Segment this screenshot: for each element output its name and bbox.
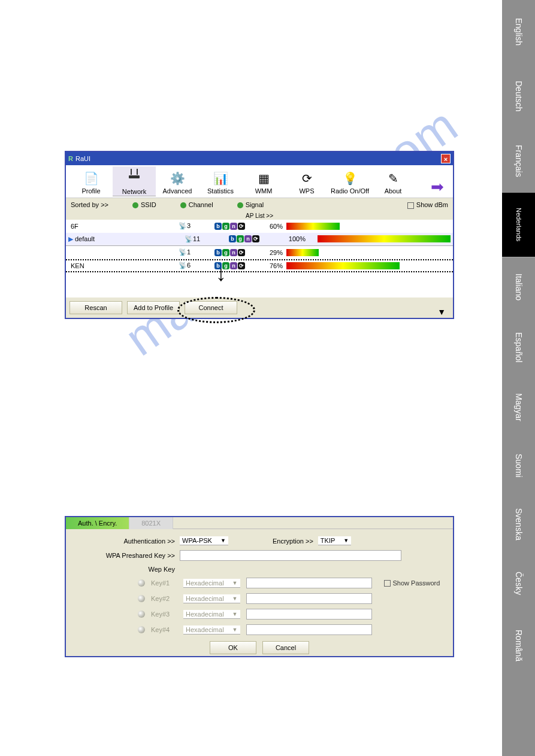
sort-signal[interactable]: Signal xyxy=(237,201,264,208)
lang-tab-svenska[interactable]: Svenska xyxy=(502,494,535,555)
key-input[interactable] xyxy=(246,593,372,604)
channel-icon: 📡11 xyxy=(185,235,220,243)
wep-key-row: Key#4Hexadecimal ▼ xyxy=(102,622,441,637)
key-type-select[interactable]: Hexadecimal ▼ xyxy=(183,610,240,619)
channel-icon: 📡1 xyxy=(179,248,214,256)
wep-key-label: Wep Key xyxy=(102,566,180,573)
titlebar: RRaUI × xyxy=(66,152,453,165)
rescan-button[interactable]: Rescan xyxy=(69,301,122,314)
radio-on-off-icon: 💡 xyxy=(342,171,358,186)
key-radio[interactable] xyxy=(138,611,145,618)
show-dbm-checkbox[interactable]: Show dBm xyxy=(407,201,448,209)
cancel-button[interactable]: Cancel xyxy=(262,641,309,654)
add-to-profile-button[interactable]: Add to Profile xyxy=(127,301,180,314)
key-input[interactable] xyxy=(246,624,372,635)
ap-row[interactable]: KEN📡6bgn⟳76% xyxy=(66,259,453,272)
toolbar-advanced[interactable]: ⚙️Advanced xyxy=(156,166,199,196)
lang-tab-english[interactable]: English xyxy=(502,0,535,63)
profile-icon: 📄 xyxy=(83,171,99,186)
sorted-by-label: Sorted by >> xyxy=(71,201,108,208)
authentication-select[interactable]: WPA-PSK▼ xyxy=(180,536,228,545)
lang-tab-suomi[interactable]: Suomi xyxy=(502,437,535,494)
lang-tab-español[interactable]: Español xyxy=(502,317,535,377)
security-icon: ⟳ xyxy=(238,262,245,269)
wmm-icon: ▦ xyxy=(256,171,271,186)
toolbar-wps[interactable]: ⟳WPS xyxy=(285,166,328,196)
expand-icon[interactable]: ▼ xyxy=(437,307,446,317)
ap-row[interactable]: 6F📡3bgn⟳60% xyxy=(66,220,453,233)
toolbar-profile[interactable]: 📄Profile xyxy=(69,166,113,196)
aplist-header: AP List >> xyxy=(66,212,453,220)
authentication-label: Authentication >> xyxy=(102,538,180,545)
psk-input[interactable] xyxy=(180,550,401,561)
key-input[interactable] xyxy=(246,609,372,620)
toolbar-network[interactable]: Network xyxy=(113,166,156,196)
show-password-checkbox[interactable]: Show Password xyxy=(384,579,440,587)
lang-tab-magyar[interactable]: Magyar xyxy=(502,377,535,437)
wep-key-row: Key#1Hexadecimal ▼Show Password xyxy=(102,575,441,591)
lang-tab-deutsch[interactable]: Deutsch xyxy=(502,63,535,129)
about-icon: ✎ xyxy=(385,171,401,186)
close-icon[interactable]: × xyxy=(441,154,451,163)
sort-channel[interactable]: Channel xyxy=(180,201,213,208)
button-row: Rescan Add to Profile Connect ▼ xyxy=(66,297,453,318)
ap-row[interactable]: ▶ default📡11bgn⟳100% xyxy=(66,233,453,246)
dialog-buttons: OK Cancel xyxy=(66,637,453,658)
channel-icon: 📡6 xyxy=(179,262,214,269)
toolbar-wmm[interactable]: ▦WMM xyxy=(242,166,285,196)
encryption-label: Encryption >> xyxy=(264,538,318,545)
wep-key-row: Key#2Hexadecimal ▼ xyxy=(102,591,441,606)
tab-8021x[interactable]: 8021X xyxy=(129,517,173,529)
wps-icon: ⟳ xyxy=(299,171,315,186)
connect-button[interactable]: Connect xyxy=(185,301,237,314)
lang-tab-română[interactable]: Română xyxy=(502,612,535,679)
sort-ssid[interactable]: SSID xyxy=(132,201,156,208)
lang-tab-nederlands[interactable]: Nederlands xyxy=(502,193,535,257)
advanced-icon: ⚙️ xyxy=(170,171,185,186)
key-type-select[interactable]: Hexadecimal ▼ xyxy=(183,594,240,603)
tab-auth-encry[interactable]: Auth. \ Encry. xyxy=(66,517,129,529)
ok-button[interactable]: OK xyxy=(210,641,256,654)
network-icon xyxy=(126,167,142,180)
lang-tab-česky[interactable]: Česky xyxy=(502,555,535,612)
key-type-select[interactable]: Hexadecimal ▼ xyxy=(183,579,240,588)
statistics-icon: 📊 xyxy=(213,171,228,186)
toolbar-statistics[interactable]: 📊Statistics xyxy=(199,166,242,196)
sort-row: Sorted by >> SSID Channel Signal Show dB… xyxy=(66,198,453,212)
channel-icon: 📡3 xyxy=(179,222,214,230)
security-icon: ⟳ xyxy=(238,249,245,256)
key-input[interactable] xyxy=(246,578,372,588)
language-sidebar: EnglishDeutschFrançaisNederlandsItaliano… xyxy=(502,0,535,756)
toolbar-about[interactable]: ✎About xyxy=(371,166,415,196)
ap-list: 6F📡3bgn⟳60%▶ default📡11bgn⟳100% 📡1bgn⟳29… xyxy=(66,220,453,297)
raui-window: RRaUI × 📄ProfileNetwork⚙️Advanced📊Statis… xyxy=(65,151,454,319)
wep-key-row: Key#3Hexadecimal ▼ xyxy=(102,606,441,622)
security-icon: ⟳ xyxy=(238,223,245,230)
next-arrow-button[interactable]: ➡ xyxy=(425,166,449,196)
toolbar: 📄ProfileNetwork⚙️Advanced📊Statistics▦WMM… xyxy=(66,165,453,198)
encryption-select[interactable]: TKIP▼ xyxy=(318,536,351,545)
security-icon: ⟳ xyxy=(252,235,259,242)
key-type-select[interactable]: Hexadecimal ▼ xyxy=(183,626,240,634)
lang-tab-italiano[interactable]: Italiano xyxy=(502,257,535,317)
key-radio[interactable] xyxy=(138,626,145,633)
lang-tab-français[interactable]: Français xyxy=(502,129,535,193)
key-radio[interactable] xyxy=(138,579,145,587)
tab-bar: Auth. \ Encry. 8021X xyxy=(66,517,453,529)
ap-row[interactable]: 📡1bgn⟳29% xyxy=(66,246,453,259)
toolbar-radio-on-off[interactable]: 💡Radio On/Off xyxy=(328,166,371,196)
arrow-right-icon: ➡ xyxy=(430,179,445,195)
auth-encryption-panel: Auth. \ Encry. 8021X Authentication >> W… xyxy=(65,516,454,657)
psk-label: WPA Preshared Key >> xyxy=(102,552,180,559)
key-radio[interactable] xyxy=(138,595,145,602)
window-title: RRaUI xyxy=(68,155,90,162)
